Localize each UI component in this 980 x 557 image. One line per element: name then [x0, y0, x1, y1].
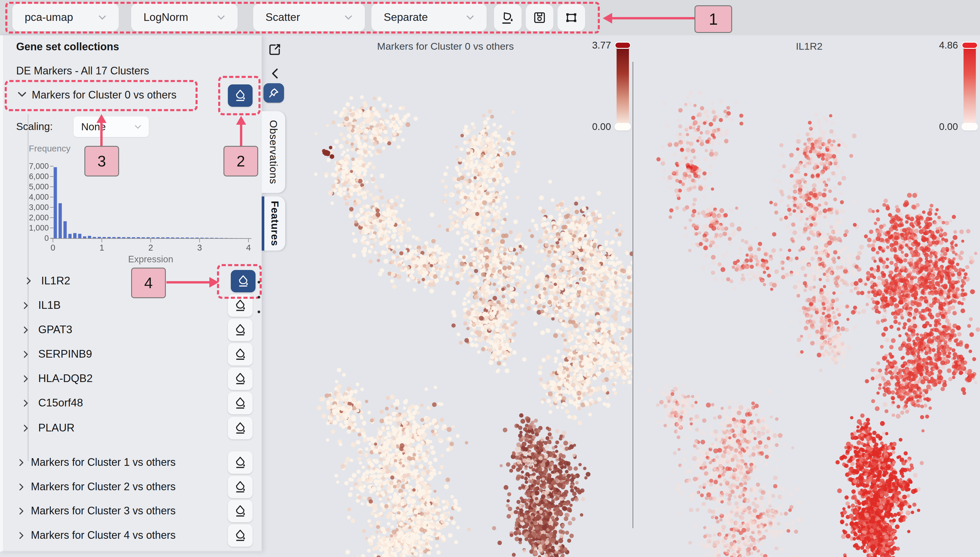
save-button[interactable]	[526, 4, 553, 31]
colorbar2-top-handle[interactable]	[962, 42, 978, 49]
annotation-badge-1: 1	[694, 5, 732, 33]
chevron-down-icon	[342, 11, 355, 24]
fill-color-icon	[234, 299, 247, 312]
expand-gene-chevron[interactable]	[21, 373, 31, 384]
fill-color-icon	[234, 89, 247, 103]
annotation-arrow-4-head	[210, 277, 219, 288]
colorbar2-min: 0.00	[920, 121, 958, 132]
set-fill-button-active[interactable]	[228, 85, 253, 107]
fill-color-icon	[234, 529, 247, 542]
gene-fill-button[interactable]	[228, 319, 253, 341]
fill-color-icon	[500, 10, 515, 25]
gene-label[interactable]: IL1R2	[41, 275, 70, 287]
annotation-arrow-3	[100, 121, 102, 146]
expand-gene-chevron[interactable]	[24, 275, 34, 287]
plot-type-value: Scatter	[265, 11, 300, 23]
collection-name: DE Markers - All 17 Clusters	[16, 65, 149, 77]
colorbar2[interactable]	[964, 44, 976, 128]
panel1-title: Markers for Cluster 0 vs others	[299, 41, 592, 52]
expand-gene-chevron[interactable]	[21, 349, 31, 360]
scaling-dropdown[interactable]: None	[73, 116, 149, 137]
save-icon	[532, 10, 547, 25]
annotation-arrow-1	[611, 17, 694, 20]
gene-label[interactable]: C15orf48	[38, 397, 83, 409]
gene-label[interactable]: HLA-DQB2	[38, 372, 93, 385]
expand-gene-set-chevron[interactable]	[16, 530, 26, 541]
layout-mode-dropdown[interactable]: Separate	[371, 3, 487, 31]
gene-set-label[interactable]: Markers for Cluster 0 vs others	[32, 89, 176, 101]
chevron-down-icon	[132, 121, 143, 132]
gene-label[interactable]: PLAUR	[38, 422, 75, 434]
gene-sets-sidebar: Gene set collections DE Markers - All 17…	[0, 35, 262, 552]
annotation-arrow-2	[240, 123, 242, 147]
chevron-down-icon	[96, 11, 109, 24]
gene-set-label[interactable]: Markers for Cluster 3 vs others	[31, 505, 176, 517]
expand-gene-chevron[interactable]	[21, 324, 31, 336]
gene-fill-button[interactable]	[228, 417, 253, 440]
gene-label[interactable]: IL1B	[38, 299, 60, 311]
colorbar1[interactable]	[617, 44, 629, 128]
normalization-value: LogNorm	[143, 11, 188, 23]
fill-color-icon	[234, 348, 247, 361]
gene-fill-button[interactable]	[228, 368, 253, 390]
collapse-sidebar-button[interactable]	[267, 65, 283, 81]
gate-select-button[interactable]	[557, 4, 585, 31]
colorbar1-top-handle[interactable]	[614, 42, 631, 49]
main-toolbar: pca-umap LogNorm Scatter Separate	[0, 0, 980, 35]
embedding-dropdown[interactable]: pca-umap	[12, 3, 119, 31]
annotation-badge-4: 4	[131, 268, 166, 298]
gate-select-icon	[564, 10, 579, 25]
gene-set-label[interactable]: Markers for Cluster 1 vs others	[31, 456, 176, 469]
expand-gene-chevron[interactable]	[21, 397, 31, 409]
expand-gene-set-chevron[interactable]	[16, 505, 26, 517]
gene-fill-button[interactable]	[228, 343, 253, 366]
expand-gene-set-chevron[interactable]	[16, 457, 26, 468]
gene-label[interactable]: SERPINB9	[38, 348, 92, 360]
expand-gene-chevron[interactable]	[21, 423, 31, 434]
fill-color-button[interactable]	[494, 4, 522, 31]
embedding-value: pca-umap	[25, 11, 73, 23]
histogram-ylabel: Frequency	[29, 143, 71, 153]
annotation-badge-2: 2	[223, 146, 258, 176]
sidebar-title: Gene set collections	[16, 41, 119, 53]
panel-divider	[632, 62, 633, 528]
gene-set-fill-button[interactable]	[228, 451, 253, 474]
annotation-arrow-4	[166, 281, 210, 283]
expand-gene-set-chevron[interactable]	[16, 481, 26, 493]
colorbar1-max: 3.77	[573, 40, 611, 51]
gene-fill-button[interactable]	[228, 392, 253, 414]
fill-color-icon	[234, 480, 247, 494]
gene-set-label[interactable]: Markers for Cluster 4 vs others	[31, 529, 176, 541]
gene-set-fill-button[interactable]	[228, 524, 253, 547]
gene-set-fill-button[interactable]	[228, 500, 253, 522]
chevron-down-icon	[215, 11, 228, 24]
tab-observations[interactable]: Observations	[262, 111, 285, 193]
colorbar1-bottom-handle[interactable]	[614, 123, 631, 130]
gene-fill-button[interactable]	[228, 295, 253, 317]
pin-icon	[267, 86, 280, 99]
panel2-title: IL1R2	[662, 41, 956, 52]
colorbar1-min: 0.00	[573, 121, 611, 132]
fill-color-icon	[234, 504, 247, 518]
chevron-down-icon	[464, 11, 477, 24]
tab-features[interactable]: Features	[262, 197, 285, 251]
expand-gene-chevron[interactable]	[21, 300, 31, 311]
plot-type-dropdown[interactable]: Scatter	[253, 3, 365, 31]
gene-set-label[interactable]: Markers for Cluster 2 vs others	[31, 480, 176, 493]
fill-color-icon	[236, 274, 250, 288]
gene-label[interactable]: GPAT3	[38, 324, 72, 336]
open-external-button[interactable]	[266, 41, 283, 58]
expression-histogram[interactable]	[12, 153, 256, 265]
chevron-left-icon	[268, 66, 283, 81]
gene-fill-button-active[interactable]	[231, 270, 255, 292]
fill-color-icon	[234, 422, 247, 435]
normalization-dropdown[interactable]: LogNorm	[131, 3, 237, 31]
colorbar2-bottom-handle[interactable]	[962, 123, 978, 130]
annotation-badge-3: 3	[85, 146, 119, 176]
panel-resize-handle[interactable]	[258, 281, 260, 313]
pin-sidebar-button[interactable]	[263, 83, 284, 103]
layout-mode-value: Separate	[384, 11, 428, 23]
collapse-set-chevron[interactable]	[16, 88, 28, 100]
gene-set-fill-button[interactable]	[228, 476, 253, 498]
fill-color-icon	[234, 372, 247, 386]
